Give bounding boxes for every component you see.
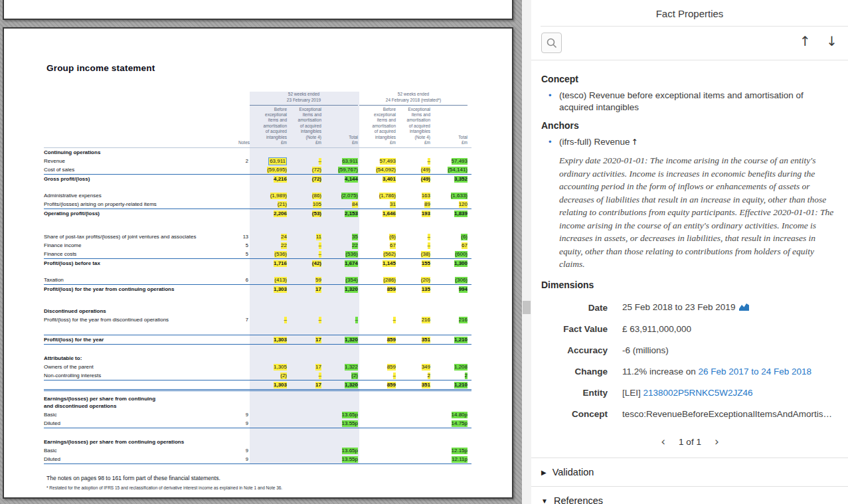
fact-cell[interactable]: 1,716 [274, 260, 287, 267]
fact-cell[interactable]: 1,322 [345, 364, 358, 371]
fact-cell[interactable]: 12.15p [452, 448, 467, 454]
fact-cell[interactable]: (286) [383, 277, 396, 284]
search-button[interactable] [541, 33, 562, 53]
fact-cell[interactable]: (536) [274, 251, 287, 258]
fact-cell[interactable]: 994 [459, 286, 467, 293]
fact-cell[interactable]: (49) [421, 176, 430, 183]
fact-cell[interactable]: (562) [383, 251, 396, 258]
fact-cell[interactable]: 163 [422, 193, 430, 199]
fact-cell[interactable]: 13.55p [342, 420, 358, 427]
validation-section-header[interactable]: ▶ Validation [531, 458, 848, 486]
dimension-link[interactable]: 2138002P5RNKC5W2JZ46 [643, 388, 753, 398]
scrollbar-thumb[interactable] [523, 301, 531, 314]
fact-cell[interactable]: 24 [281, 234, 287, 240]
fact-cell[interactable]: 1,303 [274, 286, 287, 293]
fact-cell[interactable]: 2,153 [345, 210, 358, 217]
previous-fact-arrow-icon[interactable]: ↑ [800, 33, 811, 49]
fact-cell[interactable]: 1,145 [382, 260, 396, 267]
fact-cell[interactable]: (536) [345, 251, 358, 258]
document-scrollbar[interactable] [522, 0, 531, 504]
fact-cell[interactable]: 22 [352, 242, 358, 249]
next-fact-arrow-icon[interactable]: ↓ [826, 33, 837, 49]
fact-cell[interactable]: 4,144 [345, 176, 358, 183]
fact-cell[interactable]: 17 [315, 364, 321, 371]
fact-cell[interactable]: – [428, 234, 430, 240]
fact-cell[interactable]: 2 [428, 373, 430, 379]
fact-cell[interactable]: 63,911 [342, 158, 358, 165]
references-section-header[interactable]: ▼ References [531, 486, 848, 504]
note-reference[interactable]: 5 [230, 241, 250, 250]
note-reference[interactable]: 9 [230, 419, 250, 428]
fact-cell[interactable]: (20) [421, 277, 430, 284]
dimension-link[interactable]: 26 Feb 2017 to 24 Feb 2018 [699, 367, 811, 377]
fact-cell[interactable]: 1,300 [454, 260, 467, 267]
fact-cell[interactable]: 193 [422, 210, 430, 217]
fact-cell[interactable]: 17 [315, 382, 321, 388]
fact-cell[interactable]: (1,989) [270, 193, 287, 199]
fact-cell[interactable]: – [428, 158, 430, 165]
fact-cell[interactable]: 13.65p [342, 448, 358, 454]
fact-cell[interactable]: (86) [312, 193, 321, 199]
fact-cell[interactable]: 13.65p [342, 412, 358, 418]
fact-cell[interactable]: 57,493 [452, 158, 467, 165]
fact-cell[interactable]: – [355, 317, 358, 323]
fact-cell[interactable]: 1,839 [454, 210, 467, 217]
fact-cell[interactable]: (2) [280, 373, 287, 379]
fact-cell[interactable]: (600) [455, 251, 467, 258]
fact-cell[interactable]: (6) [461, 234, 467, 240]
fact-cell[interactable]: 57,493 [380, 158, 396, 165]
fact-cell[interactable]: 1,674 [345, 260, 358, 267]
fact-cell[interactable]: 31 [390, 201, 396, 208]
fact-cell[interactable]: 351 [422, 337, 430, 343]
fact-cell[interactable]: (49) [421, 167, 430, 173]
fact-cell[interactable]: 14.80p [452, 412, 467, 418]
fact-cell[interactable]: 1,320 [345, 382, 358, 388]
fact-cell[interactable]: – [393, 317, 396, 323]
fact-cell[interactable]: 1,208 [454, 364, 467, 371]
fact-cell[interactable]: (306) [455, 277, 467, 284]
fact-cell[interactable]: 4,216 [274, 176, 287, 183]
fact-cell[interactable]: (54,092) [376, 167, 396, 173]
fact-cell[interactable]: (72) [312, 176, 321, 183]
fact-cell[interactable]: (2) [351, 373, 358, 379]
fact-cell[interactable]: 1,646 [382, 210, 396, 217]
note-reference[interactable]: 9 [230, 410, 250, 419]
fact-cell[interactable]: (59,695) [267, 167, 287, 173]
fact-cell[interactable]: 1,320 [345, 286, 358, 293]
fact-cell[interactable]: 120 [459, 201, 467, 208]
fact-cell[interactable]: 14.75p [452, 420, 467, 427]
fact-cell[interactable]: 349 [422, 364, 430, 371]
fact-cell[interactable]: 859 [387, 382, 396, 388]
fact-cell[interactable]: – [319, 158, 321, 165]
note-reference[interactable]: 13 [230, 232, 250, 241]
fact-cell[interactable]: (21) [278, 201, 287, 208]
fact-cell[interactable]: – [319, 242, 321, 249]
chart-icon[interactable] [739, 303, 749, 313]
note-reference[interactable]: 6 [230, 276, 250, 284]
fact-cell[interactable]: 1,320 [345, 337, 358, 343]
fact-cell[interactable]: 67 [462, 242, 467, 249]
fact-cell[interactable]: – [319, 317, 321, 323]
fact-cell[interactable]: 859 [387, 286, 396, 293]
fact-cell[interactable]: (53) [312, 210, 321, 217]
fact-cell[interactable]: 351 [422, 382, 430, 388]
note-reference[interactable]: 5 [230, 250, 250, 258]
fact-cell[interactable]: 1,305 [274, 364, 287, 371]
fact-cell[interactable]: 859 [387, 337, 396, 343]
fact-cell[interactable]: (59,767) [338, 167, 358, 173]
note-reference[interactable]: 9 [230, 446, 250, 455]
fact-cell[interactable]: (1,786) [379, 193, 396, 199]
fact-cell[interactable]: 2,206 [274, 210, 287, 217]
fact-cell[interactable]: – [319, 251, 321, 258]
fact-cell[interactable]: 2 [465, 373, 467, 379]
fact-cell-selected[interactable]: 63,911 [268, 157, 287, 165]
fact-cell[interactable]: (354) [345, 277, 358, 284]
fact-cell[interactable]: 3,401 [382, 176, 396, 183]
fact-cell[interactable]: 35 [352, 234, 358, 240]
fact-cell[interactable]: (42) [312, 260, 321, 267]
fact-cell[interactable]: (1,633) [451, 193, 467, 199]
fact-cell[interactable]: (54,141) [448, 167, 467, 173]
fact-cell[interactable]: 17 [315, 286, 321, 293]
pager-next-chevron[interactable]: › [701, 435, 732, 448]
note-reference[interactable]: 7 [230, 315, 250, 324]
